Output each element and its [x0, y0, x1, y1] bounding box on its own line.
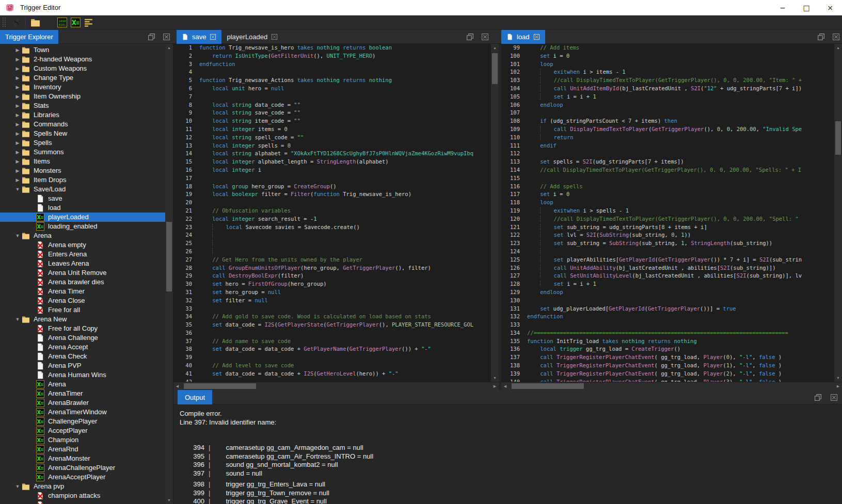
tree-item-arena-pvp[interactable]: Arena PVP: [0, 361, 165, 370]
editor-vertical-scrollbar[interactable]: ▲ ▼: [491, 44, 499, 382]
tree-item-spells-new[interactable]: ▶Spells New: [0, 129, 165, 138]
tree-item-arena-human-wins[interactable]: Arena Human Wins: [0, 370, 165, 380]
scroll-thumb[interactable]: [492, 53, 498, 84]
close-tab-icon[interactable]: [533, 34, 540, 40]
tree-item-free-for-all[interactable]: Free for all: [0, 305, 165, 315]
tree-item-save-load[interactable]: ▼Save/Load: [0, 185, 165, 194]
expand-arrow-icon[interactable]: ▶: [13, 110, 22, 120]
expand-arrow-icon[interactable]: ▶: [13, 73, 22, 83]
tree-item-arena-check[interactable]: Arena Check: [0, 352, 165, 361]
tree-item-arena-new[interactable]: ▼Arena New: [0, 315, 165, 324]
tree-item-town[interactable]: ▶Town: [0, 45, 165, 55]
tree-item-load[interactable]: load: [0, 203, 165, 213]
collapse-arrow-icon[interactable]: ▼: [13, 185, 22, 194]
tree-item-save[interactable]: save: [0, 194, 165, 203]
close-pane-icon[interactable]: [163, 33, 170, 43]
tree-item-arenamonster[interactable]: ArenaMonster: [0, 454, 165, 463]
tree-item-arena[interactable]: Arena: [0, 380, 165, 389]
tree-item-arenatimer[interactable]: ArenaTimer: [0, 389, 165, 398]
tree-item-arenabrawler[interactable]: ArenaBrawler: [0, 398, 165, 408]
tree-item-custom-weapons[interactable]: ▶Custom Weapons: [0, 64, 165, 73]
tree-item-arena-accept[interactable]: Arena Accept: [0, 343, 165, 352]
explorer-vertical-scrollbar[interactable]: ▲ ▼: [165, 44, 173, 504]
collapse-arrow-icon[interactable]: ▼: [13, 231, 22, 240]
tree-item-libraries[interactable]: ▶Libraries: [0, 110, 165, 120]
close-tab-icon[interactable]: [271, 34, 278, 40]
float-pane-icon[interactable]: [148, 33, 155, 43]
tab-playerloaded[interactable]: playerLoaded: [221, 30, 283, 44]
expand-arrow-icon[interactable]: ▶: [13, 166, 22, 175]
tree-item-playerloaded[interactable]: playerLoaded: [0, 213, 165, 222]
editor-vertical-scrollbar[interactable]: ▲ ▼: [834, 44, 842, 382]
tree-item[interactable]: [0, 500, 165, 504]
scroll-thumb[interactable]: [184, 383, 256, 389]
tree-item-change-type[interactable]: ▶Change Type: [0, 73, 165, 83]
tree-item-enters-arena[interactable]: Enters Arena: [0, 250, 165, 259]
scroll-right-icon[interactable]: ▶: [834, 382, 842, 390]
tab-trigger-explorer[interactable]: Trigger Explorer: [0, 30, 58, 44]
collapse-arrow-icon[interactable]: ▼: [13, 482, 22, 491]
expand-arrow-icon[interactable]: ▶: [13, 64, 22, 73]
expand-arrow-icon[interactable]: ▶: [13, 45, 22, 55]
tree-item-arena-brawler-dies[interactable]: Arena brawler dies: [0, 278, 165, 287]
tree-item-arenarnd[interactable]: ArenaRnd: [0, 445, 165, 454]
tree-item-commands[interactable]: ▶Commands: [0, 120, 165, 129]
scroll-up-icon[interactable]: ▲: [834, 44, 842, 52]
tree-item-leaves-arena[interactable]: Leaves Arena: [0, 259, 165, 268]
tree-item-arena-close[interactable]: Arena Close: [0, 296, 165, 305]
tree-item-free-for-all-copy[interactable]: Free for all Copy: [0, 324, 165, 333]
scroll-thumb[interactable]: [835, 121, 841, 155]
tree-item-item-drops[interactable]: ▶Item Drops: [0, 175, 165, 185]
tab-output[interactable]: Output: [178, 390, 212, 404]
expand-arrow-icon[interactable]: ▶: [13, 129, 22, 138]
tree-item-challengeplayer[interactable]: ChallengePlayer: [0, 417, 165, 426]
editor-horizontal-scrollbar[interactable]: ◀ ▶: [173, 382, 499, 390]
tree-item-arena-empty[interactable]: Arena empty: [0, 240, 165, 250]
scroll-up-icon[interactable]: ▲: [165, 44, 173, 52]
expand-arrow-icon[interactable]: ▶: [13, 101, 22, 110]
tree-item-arenatimerwindow[interactable]: ArenaTimerWindow: [0, 408, 165, 417]
close-tab-icon[interactable]: [210, 34, 216, 40]
close-pane-icon[interactable]: [481, 33, 489, 43]
expand-arrow-icon[interactable]: ▶: [13, 148, 22, 157]
tree-item-arena[interactable]: ▼Arena: [0, 231, 165, 240]
tab-save[interactable]: save: [177, 30, 221, 44]
tree-item-monsters[interactable]: ▶Monsters: [0, 166, 165, 175]
tree-item-items[interactable]: ▶Items: [0, 157, 165, 166]
expand-arrow-icon[interactable]: ▶: [13, 138, 22, 148]
tree-item-arena-pvp[interactable]: ▼Arena pvp: [0, 482, 165, 491]
collapse-arrow-icon[interactable]: ▼: [13, 315, 22, 324]
code-editor-load[interactable]: 99 // Add items100 set i = 0101 loop102 …: [501, 44, 834, 382]
tree-item-loading-enabled[interactable]: loading_enabled: [0, 222, 165, 231]
toolbar-grip-icon[interactable]: [2, 17, 6, 29]
scroll-down-icon[interactable]: ▼: [165, 496, 173, 504]
maximize-button[interactable]: □: [795, 0, 818, 15]
expand-arrow-icon[interactable]: ▶: [13, 83, 22, 92]
tree-item-champion-attacks[interactable]: champion attacks: [0, 491, 165, 500]
close-pane-icon[interactable]: [832, 33, 840, 43]
expand-arrow-icon[interactable]: ▶: [13, 157, 22, 166]
tree-item-arenaacceptplayer[interactable]: ArenaAcceptPlayer: [0, 473, 165, 482]
tree-item-summons[interactable]: ▶Summons: [0, 148, 165, 157]
scroll-down-icon[interactable]: ▼: [491, 374, 499, 382]
new-doc-icon[interactable]: [42, 17, 55, 29]
tree-item-arena-timer[interactable]: Arena Timer: [0, 287, 165, 296]
expand-arrow-icon[interactable]: ▶: [13, 175, 22, 185]
float-pane-icon[interactable]: [814, 394, 822, 403]
folder-icon[interactable]: [28, 17, 42, 29]
tree-item-2-handed-weapons[interactable]: ▶2-handed Weapons: [0, 55, 165, 64]
tree-item-item-ownership[interactable]: ▶Item Ownership: [0, 92, 165, 101]
scroll-left-icon[interactable]: ◀: [501, 382, 509, 390]
list-icon[interactable]: [82, 17, 96, 29]
editor-horizontal-scrollbar[interactable]: ◀ ▶: [501, 382, 842, 390]
scroll-left-icon[interactable]: ◀: [173, 382, 181, 390]
code-editor-save[interactable]: 1function Trig_newsave_is_hero takes not…: [173, 44, 491, 382]
minimize-button[interactable]: −: [771, 0, 795, 15]
float-pane-icon[interactable]: [466, 33, 474, 43]
close-pane-icon[interactable]: [830, 394, 838, 403]
scroll-up-icon[interactable]: ▲: [491, 44, 499, 52]
tree-item-arena-challenge[interactable]: Arena Challenge: [0, 333, 165, 343]
scroll-thumb[interactable]: [166, 222, 172, 291]
expand-arrow-icon[interactable]: ▶: [13, 92, 22, 101]
expand-arrow-icon[interactable]: ▶: [13, 55, 22, 64]
